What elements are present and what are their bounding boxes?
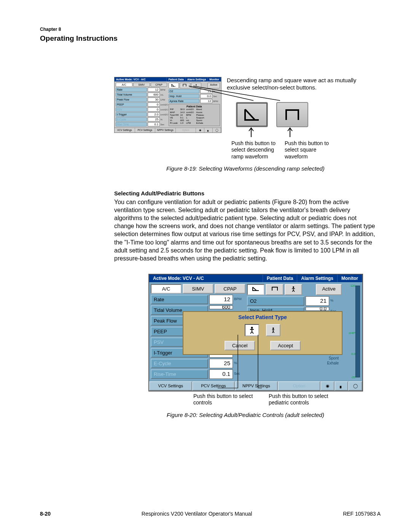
icon-tab-3[interactable]: ◯ bbox=[213, 128, 221, 133]
vl-patient-data-tab[interactable]: Patient Data bbox=[263, 275, 297, 282]
param-apnea-rate[interactable]: Apnea Rate bbox=[169, 99, 200, 103]
active-mode-label: Active Mode: VCV - A/C bbox=[115, 77, 167, 81]
adult-person-icon bbox=[249, 326, 255, 334]
monitor-tab[interactable]: Monitor bbox=[208, 77, 221, 81]
svg-point-3 bbox=[251, 327, 253, 329]
pediatric-annotation: Push this button to select pediatric con… bbox=[269, 393, 333, 406]
vent-bottom-tabs: VCV Settings PCV Settings NPPV Settings … bbox=[115, 128, 221, 133]
pediatric-button[interactable] bbox=[266, 324, 280, 336]
mode-cpap-button[interactable]: CPAP bbox=[151, 83, 167, 87]
vl-ramp-button[interactable] bbox=[247, 284, 264, 295]
figure-8-19: Active Mode: VCV - A/C Patient Data Alar… bbox=[114, 77, 377, 160]
nppv-settings-tab[interactable]: NPPV Settings bbox=[155, 128, 176, 133]
mode-ac-button[interactable]: A/C bbox=[116, 83, 132, 87]
vl-rate[interactable]: Rate bbox=[151, 295, 208, 304]
active-button[interactable]: Active bbox=[207, 83, 220, 88]
figure1-description: Descending ramp and square wave act as m… bbox=[227, 77, 377, 91]
vl-o2[interactable]: O2 bbox=[247, 296, 304, 306]
param-rise-time[interactable]: Rise-Time bbox=[116, 122, 147, 126]
figure-8-20: Active Mode: VCV - A/C Patient Data Alar… bbox=[148, 274, 377, 418]
page-title: Operating Instructions bbox=[40, 34, 381, 43]
param-o2[interactable]: O2 bbox=[169, 89, 200, 93]
vl-option[interactable]: Option bbox=[278, 381, 321, 391]
footer-center: Respironics V200 Ventilator Operator's M… bbox=[142, 511, 252, 517]
footer-ref: REF 1057983 A bbox=[343, 511, 381, 517]
param-peep[interactable]: PEEP bbox=[116, 102, 147, 107]
svg-point-2 bbox=[293, 286, 294, 288]
svg-point-4 bbox=[272, 328, 274, 329]
vent-topbar: Active Mode: VCV - A/C Patient Data Alar… bbox=[115, 77, 221, 81]
figure-8-20-caption: Figure 8-20: Selecting Adult/Pediatric C… bbox=[114, 412, 377, 418]
ramp-label: Push this button to select descending ra… bbox=[231, 140, 280, 160]
icon-tab-2[interactable]: ▖ bbox=[204, 128, 213, 133]
pediatric-person-icon bbox=[271, 327, 276, 333]
pcv-settings-tab[interactable]: PCV Settings bbox=[135, 128, 156, 133]
square-label: Push this button to select square wavefo… bbox=[285, 140, 333, 160]
param-psv[interactable]: PSV bbox=[116, 107, 147, 112]
vl-pcv-settings[interactable]: PCV Settings bbox=[192, 381, 235, 391]
vl-icon-2[interactable]: ▖ bbox=[335, 381, 349, 391]
section-heading: Selecting Adult/Pediatric Buttons bbox=[114, 190, 377, 197]
page-number: 8-20 bbox=[40, 511, 51, 517]
page-footer: 8-20 Respironics V200 Ventilator Operato… bbox=[40, 511, 381, 517]
vl-active-button[interactable]: Active bbox=[316, 284, 342, 295]
content: Active Mode: VCV - A/C Patient Data Alar… bbox=[114, 77, 377, 418]
patient-data-grid: PIP30.0cmH2O MAP14.0cmH2O Total RR14BPM … bbox=[170, 108, 194, 125]
page: Chapter 8 Operating Instructions Active … bbox=[0, 0, 411, 532]
pressure-bar: 120 cHIP 0.0 -20 bbox=[343, 284, 361, 379]
alarm-settings-tab[interactable]: Alarm Settings bbox=[186, 77, 208, 81]
vl-patient-type-button[interactable] bbox=[285, 284, 302, 295]
param-i-trigger[interactable]: I-Trigger bbox=[116, 112, 147, 117]
icon-tab-1[interactable]: ◉ bbox=[196, 128, 204, 133]
param-tidal-volume[interactable]: Tidal Volume bbox=[116, 93, 147, 97]
patient-data-box: Patient Data PIP30.0cmH2O MAP14.0cmH2O T… bbox=[169, 104, 220, 126]
select-patient-type-dialog: Select Patient Type Cancel Accept bbox=[183, 311, 342, 355]
vl-icon-1[interactable]: ◉ bbox=[320, 381, 335, 391]
cancel-button[interactable]: Cancel bbox=[225, 341, 255, 350]
arrow-up-icon bbox=[246, 126, 322, 138]
waveform-square-large-button[interactable] bbox=[276, 102, 308, 127]
patient-type-button[interactable]: ♦ bbox=[191, 83, 202, 88]
figure1-annotation: Descending ramp and square wave act as m… bbox=[227, 77, 377, 160]
vl-alarm-settings-tab[interactable]: Alarm Settings bbox=[297, 275, 338, 282]
param-e-cycle[interactable]: E-Cycle bbox=[116, 117, 147, 121]
ramp-waveform-icon bbox=[243, 107, 261, 122]
vl-active-mode: Active Mode: VCV - A/C bbox=[149, 275, 263, 282]
param-rate[interactable]: Rate bbox=[116, 88, 147, 92]
figure-8-19-caption: Figure 8-19: Selecting Waveforms (descen… bbox=[114, 165, 377, 172]
mode-simv-button[interactable]: SIMV bbox=[133, 83, 150, 87]
accept-button[interactable]: Accept bbox=[270, 341, 301, 350]
ventilator-panel-small: Active Mode: VCV - A/C Patient Data Alar… bbox=[114, 77, 221, 133]
vl-icon-3[interactable]: ◯ bbox=[348, 381, 362, 391]
adult-button[interactable] bbox=[245, 324, 259, 336]
adult-icon bbox=[291, 286, 296, 292]
section-body: You can configure ventilation for adult … bbox=[114, 198, 377, 262]
vl-square-button[interactable] bbox=[266, 284, 283, 295]
param-peak-flow[interactable]: Peak Flow bbox=[116, 97, 147, 102]
vcv-settings-tab[interactable]: VCV Settings bbox=[115, 128, 135, 133]
vl-mode-simv[interactable]: SIMV bbox=[183, 284, 213, 294]
param-insp-hold[interactable]: Insp. Hold bbox=[169, 94, 200, 98]
vl-mode-ac[interactable]: A/C bbox=[151, 284, 182, 294]
chapter-label: Chapter 8 bbox=[40, 27, 381, 32]
patient-data-tab[interactable]: Patient Data bbox=[167, 77, 185, 81]
dialog-title: Select Patient Type bbox=[187, 314, 338, 320]
vl-vcv-settings[interactable]: VCV Settings bbox=[149, 381, 192, 391]
vl-nppv-settings[interactable]: NPPV Settings bbox=[235, 381, 278, 391]
adult-annotation: Push this button to select controls bbox=[193, 393, 258, 406]
waveform-square-button[interactable] bbox=[180, 83, 190, 88]
vl-mode-cpap[interactable]: CPAP bbox=[215, 284, 245, 294]
vl-monitor-tab[interactable]: Monitor bbox=[338, 275, 362, 282]
square-waveform-icon bbox=[283, 107, 301, 122]
waveform-ramp-large-button[interactable] bbox=[236, 102, 268, 127]
vl-e-cycle[interactable]: E-Cycle bbox=[151, 359, 208, 368]
option-tab[interactable]: Option bbox=[176, 128, 196, 133]
vl-rise-time[interactable]: Rise-Time bbox=[151, 369, 208, 379]
waveform-ramp-button[interactable] bbox=[169, 83, 179, 88]
